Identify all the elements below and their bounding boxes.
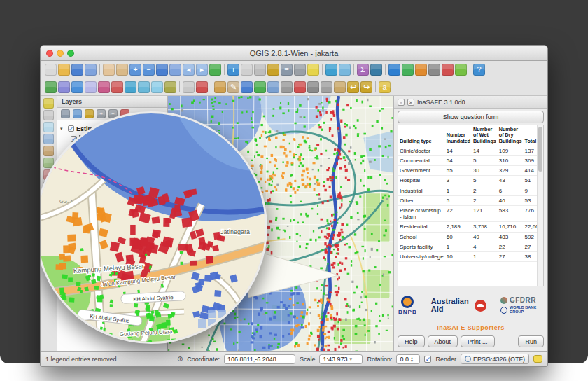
open-attribute-table-icon[interactable]: ≡ [281, 64, 293, 76]
zoom-next-icon[interactable]: ▸ [196, 64, 208, 76]
refresh-map-icon[interactable] [209, 64, 221, 76]
add-delimited-text-layer-icon[interactable] [164, 81, 176, 93]
crs-status-button[interactable]: EPSG:4326 (OTF) [461, 354, 529, 364]
impact-function-wizard-icon[interactable] [415, 64, 427, 76]
messages-icon[interactable] [533, 355, 542, 363]
coordinate-capture-icon[interactable]: ⊕ [177, 355, 183, 363]
add-wfs-layer-icon[interactable] [151, 81, 163, 93]
add-group-icon[interactable] [61, 109, 70, 118]
manage-layer-visibility-icon[interactable] [73, 109, 82, 118]
rotate-label-icon[interactable] [43, 146, 54, 156]
add-vector-layer-icon[interactable] [45, 81, 57, 93]
coordinate-input[interactable]: 106.8811,-6.2048 [224, 354, 295, 364]
toolbar-separator [354, 64, 354, 75]
rotation-value: 0.0 [400, 356, 409, 363]
scale-label: Scale [300, 356, 316, 363]
minimum-needs-tool-icon[interactable] [442, 64, 454, 76]
dock-close-icon[interactable]: ✕ [407, 99, 414, 106]
add-wcs-layer-icon[interactable] [138, 81, 150, 93]
minimize-window-button[interactable] [57, 50, 64, 57]
scrollbar-thumb[interactable] [538, 127, 542, 172]
pan-map-icon[interactable] [103, 64, 115, 76]
deselect-features-icon[interactable] [254, 64, 266, 76]
identify-features-icon[interactable]: i [227, 64, 239, 76]
undo-icon[interactable]: ↩ [347, 81, 359, 93]
zoom-last-icon[interactable]: ◂ [183, 64, 195, 76]
paste-features-icon[interactable] [334, 81, 346, 93]
python-console-icon[interactable] [370, 64, 382, 76]
table-cell: 109 [498, 146, 524, 155]
filter-legend-icon[interactable] [85, 109, 94, 118]
node-tool-icon[interactable] [281, 81, 293, 93]
scale-combobox[interactable]: 1:43 973 ▾ [319, 354, 363, 364]
zoom-in-icon[interactable]: + [130, 64, 141, 76]
redo-icon[interactable]: ↪ [360, 81, 372, 93]
move-feature-icon[interactable] [267, 81, 279, 93]
expander-icon[interactable]: ▾ [60, 126, 66, 132]
stage: QGIS 2.8.1-Wien - jakarta +−◂▸i≡Σ? ✎↩↪a … [0, 0, 588, 381]
report-scrollbar[interactable] [537, 125, 543, 286]
table-cell: 329 [498, 166, 524, 176]
help-button[interactable]: Help [398, 335, 425, 347]
pin-labels-icon[interactable] [43, 98, 54, 109]
rotation-spinbox[interactable]: 0.0 ▲▼ [396, 354, 420, 364]
osm-downloader-icon[interactable] [455, 64, 467, 76]
show-hidden-labels-icon[interactable] [43, 122, 54, 132]
cut-features-icon[interactable] [307, 81, 319, 93]
measure-line-icon[interactable] [294, 64, 306, 76]
map-tips-icon[interactable] [307, 64, 319, 76]
add-raster-layer-icon[interactable] [58, 81, 70, 93]
toolbar-separator [99, 64, 100, 75]
save-project-as-icon[interactable] [85, 64, 97, 76]
add-spatialite-layer-icon[interactable] [85, 81, 97, 93]
magnified-map: GG. 7Kampung Melayu BesarJalan Kampung M… [40, 113, 267, 344]
stepper-arrows-icon[interactable]: ▲▼ [410, 356, 414, 362]
render-checkbox[interactable]: ✓ [424, 356, 431, 363]
maximize-window-button[interactable] [67, 50, 74, 57]
new-bookmark-icon[interactable] [326, 64, 337, 76]
show-question-form-button[interactable]: Show question form [398, 111, 544, 123]
select-features-icon[interactable] [241, 64, 253, 76]
labeling-icon[interactable]: a [379, 81, 391, 93]
move-label-icon[interactable] [43, 134, 54, 144]
scale-value: 1:43 973 [323, 356, 347, 363]
field-calculator-icon[interactable]: Σ [357, 64, 369, 76]
about-button[interactable]: About [428, 335, 458, 347]
zoom-to-layer-icon[interactable] [169, 64, 181, 76]
close-window-button[interactable] [46, 50, 53, 57]
current-edits-icon[interactable] [214, 81, 226, 93]
print-button[interactable]: Print ... [461, 335, 495, 347]
zoom-out-icon[interactable]: − [143, 64, 155, 76]
remove-layer-icon[interactable] [196, 81, 208, 93]
inasafe-dock-toggle-icon[interactable] [388, 64, 400, 76]
add-postgis-layer-icon[interactable] [71, 81, 83, 93]
new-project-icon[interactable] [45, 64, 57, 76]
add-feature-icon[interactable] [254, 81, 266, 93]
show-bookmarks-icon[interactable] [339, 64, 351, 76]
new-shapefile-layer-icon[interactable] [183, 81, 195, 93]
table-cell: University/college [398, 251, 445, 261]
expand-all-icon[interactable]: + [97, 109, 106, 118]
pan-to-selection-icon[interactable] [116, 64, 128, 76]
keywords-creation-wizard-icon[interactable] [402, 64, 414, 76]
table-row: Residential2,1893,75816,71622,663 [398, 222, 543, 232]
add-wms-layer-icon[interactable] [125, 81, 136, 93]
add-mssql-layer-icon[interactable] [98, 81, 110, 93]
dock-float-icon[interactable]: ▫ [398, 99, 405, 106]
delete-selected-icon[interactable] [294, 81, 306, 93]
save-layer-edits-icon[interactable] [241, 81, 253, 93]
layer-checkbox[interactable]: ✓ [68, 125, 74, 132]
add-oracle-layer-icon[interactable] [111, 81, 123, 93]
open-project-icon[interactable] [58, 64, 70, 76]
unpin-labels-icon[interactable] [43, 110, 54, 120]
table-row: University/college1012738 [398, 251, 543, 261]
save-project-icon[interactable] [71, 64, 83, 76]
copy-features-icon[interactable] [321, 81, 332, 93]
toggle-editing-icon[interactable]: ✎ [227, 81, 239, 93]
run-button[interactable]: Run [518, 335, 544, 347]
zoom-full-icon[interactable] [156, 64, 168, 76]
impact-table: Building typeNumber InundatedNumber of W… [398, 125, 543, 262]
select-by-expression-icon[interactable] [267, 64, 279, 76]
inasafe-options-icon[interactable] [428, 64, 440, 76]
help-contents-icon[interactable]: ? [473, 64, 485, 76]
